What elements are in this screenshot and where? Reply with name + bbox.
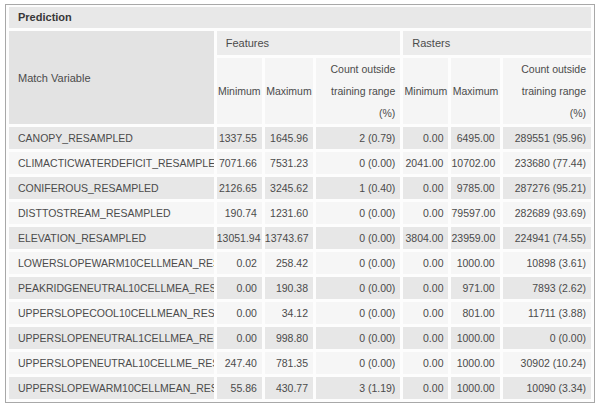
features-minimum-header: Minimum [217,58,262,124]
rasters-group-header: Rasters [403,31,591,55]
table-row: UPPERSLOPENEUTRAL1CELLMEA_RESAMPLED0.009… [9,327,591,349]
rasters-maximum-cell: 801.00 [451,302,499,324]
rasters-minimum-header: Minimum [403,58,448,124]
features-count-outside-cell: 0 (0.00) [316,152,400,174]
features-count-outside-cell: 1 (0.40) [316,177,400,199]
rasters-minimum-cell: 3804.00 [403,227,448,249]
features-maximum-cell: 190.38 [265,277,313,299]
features-maximum-cell: 3245.62 [265,177,313,199]
rasters-maximum-cell: 1000.00 [451,352,499,374]
features-minimum-cell: 2126.65 [217,177,262,199]
variable-name-cell: CLIMACTICWATERDEFICIT_RESAMPLED [9,152,214,174]
variable-name-cell: UPPERSLOPEWARM10CELLMEAN_RESAMPLED [9,377,214,399]
table-row: UPPERSLOPEWARM10CELLMEAN_RESAMPLED55.864… [9,377,591,399]
features-count-outside-cell: 0 (0.00) [316,277,400,299]
variable-name-cell: LOWERSLOPEWARM10CELLMEAN_RESAMPLED [9,252,214,274]
features-maximum-cell: 7531.23 [265,152,313,174]
rasters-count-outside-cell: 282689 (93.69) [503,202,591,224]
features-minimum-cell: 0.02 [217,252,262,274]
features-maximum-cell: 430.77 [265,377,313,399]
table-row: UPPERSLOPENEUTRAL10CELLME_RESAMPLED247.4… [9,352,591,374]
features-count-outside-cell: 0 (0.00) [316,252,400,274]
rasters-count-outside-cell: 287276 (95.21) [503,177,591,199]
rasters-count-outside-cell: 10898 (3.61) [503,252,591,274]
variable-name-cell: UPPERSLOPENEUTRAL1CELLMEA_RESAMPLED [9,327,214,349]
features-minimum-cell: 13051.94 [217,227,262,249]
rasters-minimum-cell: 0.00 [403,277,448,299]
features-count-outside-header: Count outside training range (%) [316,58,400,124]
rasters-count-outside-cell: 10090 (3.34) [503,377,591,399]
prediction-panel: Prediction Match Variable Features Raste… [5,4,595,403]
table-row: UPPERSLOPECOOL10CELLMEAN_RESAMPLED0.0034… [9,302,591,324]
features-count-outside-cell: 0 (0.00) [316,202,400,224]
rasters-minimum-cell: 0.00 [403,252,448,274]
features-count-outside-cell: 0 (0.00) [316,302,400,324]
rasters-maximum-cell: 6495.00 [451,127,499,149]
table-row: CLIMACTICWATERDEFICIT_RESAMPLED7071.6675… [9,152,591,174]
rasters-count-outside-cell: 7893 (2.62) [503,277,591,299]
variable-name-cell: CANOPY_RESAMPLED [9,127,214,149]
features-maximum-header: Maximum [265,58,313,124]
features-minimum-cell: 0.00 [217,327,262,349]
rasters-count-outside-cell: 233680 (77.44) [503,152,591,174]
features-maximum-cell: 13743.67 [265,227,313,249]
rasters-minimum-cell: 0.00 [403,377,448,399]
rasters-minimum-cell: 0.00 [403,202,448,224]
features-minimum-cell: 190.74 [217,202,262,224]
features-count-outside-cell: 3 (1.19) [316,377,400,399]
features-minimum-cell: 0.00 [217,302,262,324]
features-count-outside-cell: 0 (0.00) [316,352,400,374]
table-body: CANOPY_RESAMPLED1337.551645.962 (0.79)0.… [9,127,591,399]
panel-title: Prediction [9,7,591,28]
rasters-minimum-cell: 0.00 [403,327,448,349]
table-row: CONIFEROUS_RESAMPLED2126.653245.621 (0.4… [9,177,591,199]
features-count-outside-cell: 2 (0.79) [316,127,400,149]
features-minimum-cell: 7071.66 [217,152,262,174]
features-maximum-cell: 781.35 [265,352,313,374]
variable-name-cell: UPPERSLOPENEUTRAL10CELLME_RESAMPLED [9,352,214,374]
rasters-maximum-header: Maximum [451,58,499,124]
features-minimum-cell: 1337.55 [217,127,262,149]
match-variable-column-header: Match Variable [9,31,214,124]
rasters-count-outside-cell: 0 (0.00) [503,327,591,349]
rasters-count-outside-cell: 30902 (10.24) [503,352,591,374]
rasters-maximum-cell: 1000.00 [451,252,499,274]
rasters-count-outside-cell: 224941 (74.55) [503,227,591,249]
variable-name-cell: DISTTOSTREAM_RESAMPLED [9,202,214,224]
features-maximum-cell: 34.12 [265,302,313,324]
features-group-header: Features [217,31,401,55]
rasters-minimum-cell: 0.00 [403,302,448,324]
rasters-count-outside-cell: 289551 (95.96) [503,127,591,149]
table-row: DISTTOSTREAM_RESAMPLED190.741231.600 (0.… [9,202,591,224]
features-minimum-cell: 55.86 [217,377,262,399]
rasters-count-outside-cell: 11711 (3.88) [503,302,591,324]
features-minimum-cell: 247.40 [217,352,262,374]
rasters-minimum-cell: 0.00 [403,177,448,199]
rasters-maximum-cell: 79597.00 [451,202,499,224]
variable-name-cell: UPPERSLOPECOOL10CELLMEAN_RESAMPLED [9,302,214,324]
table-row: ELEVATION_RESAMPLED13051.9413743.670 (0.… [9,227,591,249]
rasters-maximum-cell: 23959.00 [451,227,499,249]
features-maximum-cell: 1645.96 [265,127,313,149]
variable-name-cell: CONIFEROUS_RESAMPLED [9,177,214,199]
rasters-minimum-cell: 2041.00 [403,152,448,174]
table-row: PEAKRIDGENEUTRAL10CELLMEA_RESAMPLED0.001… [9,277,591,299]
features-count-outside-cell: 0 (0.00) [316,227,400,249]
match-variable-table: Match Variable Features Rasters Minimum … [6,28,594,402]
rasters-maximum-cell: 1000.00 [451,377,499,399]
rasters-maximum-cell: 1000.00 [451,327,499,349]
rasters-minimum-cell: 0.00 [403,127,448,149]
rasters-maximum-cell: 971.00 [451,277,499,299]
variable-name-cell: ELEVATION_RESAMPLED [9,227,214,249]
rasters-maximum-cell: 9785.00 [451,177,499,199]
rasters-maximum-cell: 10702.00 [451,152,499,174]
rasters-count-outside-header: Count outside training range (%) [503,58,591,124]
table-row: CANOPY_RESAMPLED1337.551645.962 (0.79)0.… [9,127,591,149]
features-minimum-cell: 0.00 [217,277,262,299]
features-count-outside-cell: 0 (0.00) [316,327,400,349]
variable-name-cell: PEAKRIDGENEUTRAL10CELLMEA_RESAMPLED [9,277,214,299]
features-maximum-cell: 998.80 [265,327,313,349]
features-maximum-cell: 258.42 [265,252,313,274]
table-row: LOWERSLOPEWARM10CELLMEAN_RESAMPLED0.0225… [9,252,591,274]
features-maximum-cell: 1231.60 [265,202,313,224]
